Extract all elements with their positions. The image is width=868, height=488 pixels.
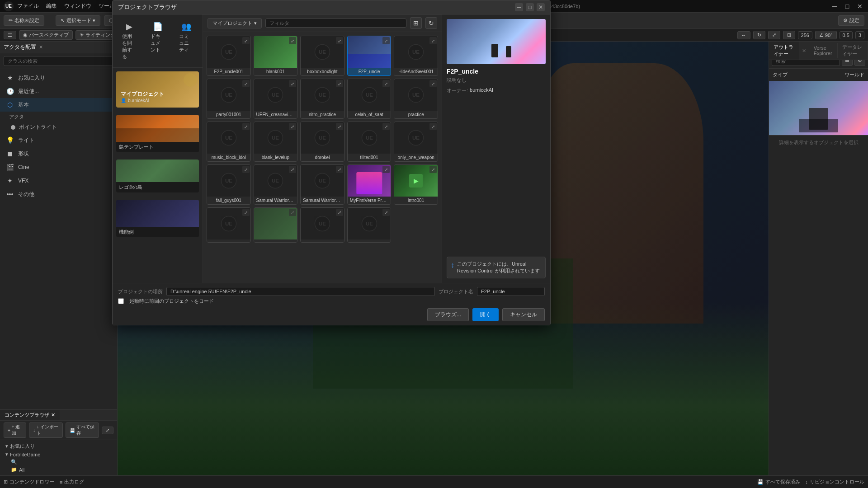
scale-btn[interactable]: ⤢ [768, 31, 780, 39]
content-drawer-btn[interactable]: ⊞ コンテンツドロワー [4, 479, 54, 485]
card-menu-btn[interactable]: ⤢ [242, 166, 250, 173]
perspective-btn[interactable]: ◉ パースペクティブ [19, 30, 73, 40]
search-input[interactable] [4, 56, 113, 66]
card-menu-btn[interactable]: ⤢ [242, 37, 250, 44]
cancel-button[interactable]: キャンセル [502, 308, 545, 321]
proj-myfirstverse[interactable]: ⤢ MyFirstVerse Project [347, 164, 392, 205]
browse-button[interactable]: ブラウズ... [427, 308, 469, 321]
menu-edit[interactable]: 編集 [46, 2, 57, 10]
hamburger-btn[interactable]: ☰ [4, 31, 16, 39]
card-menu-btn[interactable]: ⤢ [382, 209, 390, 216]
cb-save-all-btn[interactable]: 💾 すべて保存 [66, 422, 99, 438]
func-template[interactable]: 機能例 [116, 200, 199, 237]
island-template[interactable]: 島テンプレート [116, 115, 199, 152]
card-menu-btn[interactable]: ⤢ [289, 37, 296, 44]
tab-data-layer[interactable]: データレイヤー [838, 42, 868, 60]
card-menu-btn[interactable]: ⤢ [336, 166, 343, 173]
open-button[interactable]: 開く [472, 308, 499, 321]
card-menu-btn[interactable]: ⤢ [336, 209, 343, 216]
card-menu-btn[interactable]: ⤢ [289, 123, 296, 130]
sidebar-item-basic[interactable]: ⬡ 基本 [0, 98, 117, 112]
tab-outliner[interactable]: アウトライナー [769, 42, 799, 60]
pb-project-filter[interactable]: マイプロジェクト ▾ [208, 18, 262, 28]
resolution-num[interactable]: 256 [798, 31, 812, 39]
card-menu-btn[interactable]: ⤢ [289, 80, 296, 87]
card-menu-btn[interactable]: ⤢ [289, 166, 296, 173]
proj-uefn-creanavi001[interactable]: UE ⤢ UEFN_creanavi001 [254, 79, 298, 119]
cb-game-item[interactable]: ▾ FortniteGame [2, 450, 115, 458]
proj-f2p-uncle001[interactable]: UE ⤢ F2P_uncle001 [207, 36, 251, 76]
tab-verse-explorer[interactable]: Verse Explorer [809, 43, 838, 58]
proj-only-one-weapon[interactable]: UE ⤢ only_one_weapon [394, 122, 438, 162]
save-all-btn[interactable]: 💾 すべて保存済み [757, 479, 800, 485]
proj-blank-levelup[interactable]: UE ⤢ blank_levelup [254, 122, 298, 162]
sidebar-item-lights[interactable]: 💡 ライト [0, 133, 117, 147]
cb-add-btn[interactable]: + + 追加 [4, 422, 26, 438]
card-menu-btn[interactable]: ⤢ [242, 123, 250, 130]
card-menu-btn[interactable]: ⤢ [429, 166, 437, 173]
pb-close-btn[interactable]: ✕ [537, 3, 545, 11]
proj-blank001[interactable]: ⤢ blank001 [254, 36, 298, 76]
proj-boxboxboxfight[interactable]: UE ⤢ boxboxboxfight [300, 36, 344, 76]
revision-control-btn[interactable]: ↕ リビジョンコントロール [806, 479, 865, 485]
proj-celah-of-saat[interactable]: UE ⤢ celah_of_saat [347, 79, 392, 119]
num3[interactable]: 3 [855, 31, 864, 39]
proj-hideandseek001[interactable]: UE ⤢ HideAndSeek001 [394, 36, 438, 76]
card-menu-btn[interactable]: ⤢ [242, 80, 250, 87]
sidebar-item-favorites[interactable]: ★ お気に入り [0, 71, 117, 84]
tab-outliner-close[interactable]: ✕ [799, 46, 809, 56]
cb-expand-btn[interactable]: ⤢ [102, 427, 113, 434]
pb-minimize-btn[interactable]: ─ [515, 3, 523, 11]
project-name-input[interactable] [477, 287, 545, 296]
pb-nav-docs[interactable]: 📄 ドキュメント [145, 18, 170, 64]
proj-music-block-idol[interactable]: UE ⤢ music_block_idol [207, 122, 251, 162]
menu-file[interactable]: ファイル [17, 2, 39, 10]
proj-nitro-practice[interactable]: UE ⤢ nitro_practice [300, 79, 344, 119]
proj-more1[interactable]: UE ⤢ [207, 207, 251, 243]
sidebar-item-other[interactable]: ••• その他 [0, 188, 117, 201]
minimize-button[interactable]: ─ [830, 2, 839, 11]
grid-btn[interactable]: ⊞ [783, 31, 795, 39]
proj-tillted001[interactable]: UE ⤢ tillted001 [347, 122, 392, 162]
maximize-button[interactable]: □ [843, 2, 852, 11]
card-menu-btn[interactable]: ⤢ [336, 123, 343, 130]
proj-samurai-warriors002[interactable]: UE ⤢ Samurai Warriors002 [300, 164, 344, 205]
mode-select-btn[interactable]: ↖ 選択モード ▾ [56, 15, 100, 26]
cb-import-btn[interactable]: ↓ ↓ インポート [29, 422, 63, 438]
scale-num[interactable]: 0.5 [840, 31, 853, 39]
proj-party001001[interactable]: UE ⤢ party001001 [207, 79, 251, 119]
pb-nav-community[interactable]: 👥 コミュニティ [174, 18, 199, 64]
proj-intro001[interactable]: ▶ ⤢ intro001 [394, 164, 438, 205]
proj-f2p-uncle[interactable]: ⤢ F2P_uncle [347, 36, 392, 76]
project-name-btn[interactable]: ✏ 名称未設定 [4, 15, 44, 26]
translate-btn[interactable]: ↔ [737, 31, 750, 39]
card-menu-btn[interactable]: ⤢ [429, 123, 437, 130]
pb-maximize-btn[interactable]: □ [526, 3, 534, 11]
proj-more4[interactable]: UE ⤢ [347, 207, 392, 243]
cb-tab-close[interactable]: ✕ [51, 412, 55, 418]
pb-search-input[interactable] [265, 19, 406, 28]
sidebar-item-cine[interactable]: 🎬 Cine [0, 160, 117, 174]
pb-view-btn[interactable]: ⊞ [410, 17, 422, 29]
close-button[interactable]: ✕ [855, 2, 864, 11]
sidebar-item-recent[interactable]: 🕐 最近使... [0, 84, 117, 98]
sidebar-item-point-light[interactable]: ポイントライト [0, 121, 117, 133]
card-menu-btn[interactable]: ⤢ [382, 123, 390, 130]
card-menu-btn[interactable]: ⤢ [336, 80, 343, 87]
proj-fall-guys001[interactable]: UE ⤢ fall_guys001 [207, 164, 251, 205]
sidebar-item-shapes[interactable]: ◼ 形状 [0, 147, 117, 160]
menu-window[interactable]: ウィンドウ [64, 2, 91, 10]
content-browser-tab[interactable]: コンテンツブラウザ ✕ [0, 410, 60, 420]
output-log-btn[interactable]: ≡ 出力ログ [60, 479, 84, 485]
settings-btn[interactable]: ⚙ 設定 [838, 15, 864, 26]
card-menu-btn[interactable]: ⤢ [382, 80, 390, 87]
pb-refresh-btn[interactable]: ↻ [425, 17, 437, 29]
proj-more3[interactable]: UE ⤢ [300, 207, 344, 243]
lego-template[interactable]: レゴ®の島 [116, 160, 199, 192]
card-menu-btn[interactable]: ⤢ [382, 166, 390, 173]
load-prev-checkbox[interactable] [118, 298, 124, 304]
sidebar-item-vfx[interactable]: ✦ VFX [0, 174, 117, 188]
card-menu-btn[interactable]: ⤢ [242, 209, 250, 216]
rotate-btn[interactable]: ↻ [753, 31, 765, 39]
my-projects-folder[interactable]: マイプロジェクト 👤 burnicekAI [116, 71, 199, 108]
